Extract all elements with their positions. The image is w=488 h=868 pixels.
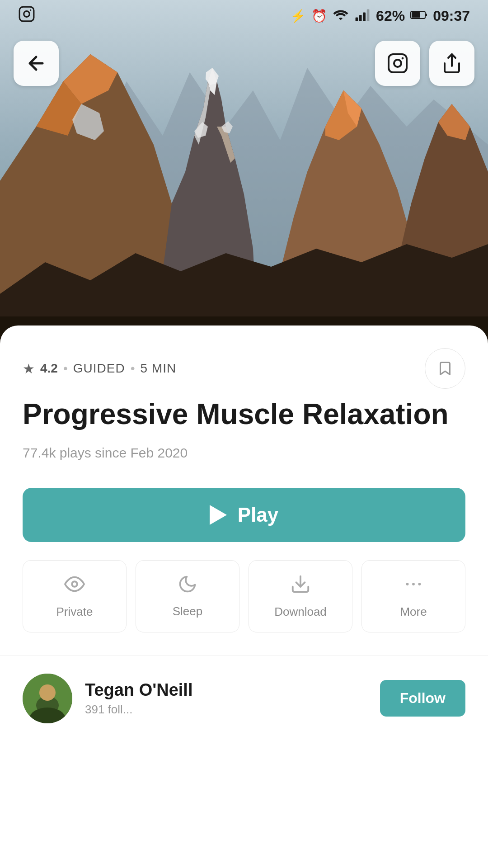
author-avatar	[23, 674, 72, 723]
content-type: GUIDED	[73, 361, 125, 376]
separator-dot: •	[63, 361, 68, 376]
clock: 09:37	[433, 8, 470, 24]
wifi-icon	[333, 9, 349, 23]
status-bar: ⚡ ⏰ 62%	[0, 0, 488, 32]
star-icon: ★	[23, 361, 35, 377]
private-button[interactable]: Private	[23, 560, 127, 632]
svg-point-37	[412, 583, 415, 585]
play-button[interactable]: Play	[23, 488, 465, 542]
author-info: Tegan O'Neill 391 foll...	[85, 680, 367, 717]
duration: 5 MIN	[140, 361, 176, 376]
svg-rect-0	[19, 7, 34, 21]
content-title: Progressive Muscle Relaxation	[23, 397, 465, 432]
instagram-status-icon	[18, 5, 35, 26]
alarm-icon: ⏰	[311, 9, 327, 24]
svg-rect-30	[389, 54, 407, 72]
download-label: Download	[274, 605, 327, 619]
download-icon	[290, 574, 311, 598]
sleep-label: Sleep	[173, 604, 203, 618]
content-card: ★ 4.2 • GUIDED • 5 MIN Progressive Muscl…	[0, 326, 488, 741]
sleep-button[interactable]: Sleep	[136, 560, 239, 632]
play-icon	[210, 505, 227, 525]
back-button[interactable]	[14, 41, 59, 86]
ellipsis-icon	[403, 574, 424, 598]
separator-dot2: •	[131, 361, 135, 376]
plays-count: 77.4k plays since Feb 2020	[23, 445, 465, 461]
battery-percent: 62%	[376, 8, 405, 24]
action-row: Private Sleep Download	[23, 560, 465, 632]
bookmark-button[interactable]	[425, 348, 465, 389]
rating: 4.2	[40, 361, 58, 376]
svg-rect-6	[367, 9, 370, 21]
top-bar-right	[375, 41, 474, 86]
svg-rect-3	[356, 18, 358, 21]
svg-point-41	[39, 684, 56, 701]
download-button[interactable]: Download	[249, 560, 352, 632]
svg-point-38	[418, 583, 421, 585]
status-bar-left	[18, 5, 35, 26]
svg-rect-4	[359, 15, 362, 21]
more-button[interactable]: More	[361, 560, 465, 632]
follow-button[interactable]: Follow	[380, 680, 465, 717]
svg-point-2	[30, 9, 31, 11]
meta-row: ★ 4.2 • GUIDED • 5 MIN	[23, 348, 465, 389]
author-name: Tegan O'Neill	[85, 680, 367, 700]
status-bar-right: ⚡ ⏰ 62%	[290, 8, 470, 24]
author-followers: 391 foll...	[85, 703, 367, 717]
hero-image	[0, 0, 488, 344]
author-row: Tegan O'Neill 391 foll... Follow	[23, 674, 465, 723]
moon-icon	[178, 574, 197, 597]
signal-icon	[354, 9, 371, 23]
meta-info: ★ 4.2 • GUIDED • 5 MIN	[23, 361, 176, 377]
eye-icon	[64, 574, 85, 598]
play-label: Play	[238, 504, 279, 526]
svg-point-32	[402, 57, 404, 60]
svg-point-34	[72, 581, 77, 587]
more-label: More	[400, 605, 427, 619]
divider	[0, 655, 488, 656]
instagram-button[interactable]	[375, 41, 420, 86]
svg-point-1	[24, 11, 30, 17]
private-label: Private	[56, 605, 93, 619]
svg-rect-8	[412, 12, 420, 18]
battery-icon	[410, 10, 427, 22]
svg-point-36	[406, 583, 409, 585]
svg-rect-9	[426, 14, 427, 16]
battery-charging-icon: ⚡	[290, 9, 306, 24]
share-button[interactable]	[429, 41, 474, 86]
top-bar	[0, 32, 488, 95]
svg-rect-5	[363, 12, 366, 21]
svg-point-31	[394, 60, 401, 67]
